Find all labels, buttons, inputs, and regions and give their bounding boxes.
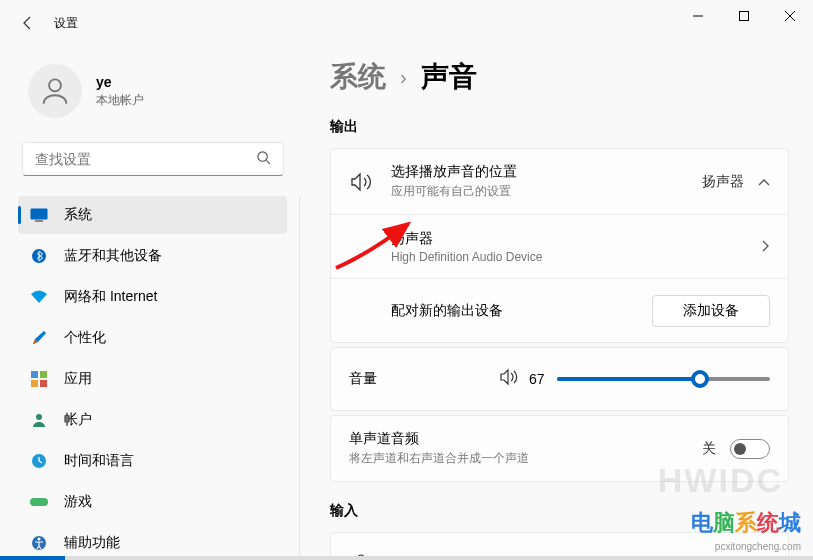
sidebar-item-personalization[interactable]: 个性化 bbox=[18, 319, 287, 357]
row-subtitle: 应用可能有自己的设置 bbox=[391, 183, 702, 200]
window-title: 设置 bbox=[54, 15, 78, 32]
volume-row: 音量 67 bbox=[330, 347, 789, 411]
account-icon bbox=[30, 411, 48, 429]
toggle-state: 关 bbox=[702, 440, 716, 458]
svg-rect-1 bbox=[740, 12, 749, 21]
svg-rect-9 bbox=[40, 371, 47, 378]
add-device-button[interactable]: 添加设备 bbox=[652, 295, 770, 327]
sidebar-item-label: 个性化 bbox=[64, 329, 106, 347]
avatar bbox=[28, 64, 82, 118]
chevron-right-icon bbox=[762, 239, 770, 255]
row-subtitle: High Definition Audio Device bbox=[391, 250, 762, 264]
sidebar-item-label: 蓝牙和其他设备 bbox=[64, 247, 162, 265]
sidebar-item-label: 网络和 Internet bbox=[64, 288, 157, 306]
output-device-row[interactable]: 扬声器 High Definition Audio Device bbox=[331, 214, 788, 278]
svg-rect-14 bbox=[30, 498, 48, 506]
gaming-icon bbox=[30, 493, 48, 511]
system-icon bbox=[30, 206, 48, 224]
pair-device-row: 配对新的输出设备 添加设备 bbox=[331, 278, 788, 342]
svg-point-16 bbox=[38, 538, 41, 541]
user-profile[interactable]: ye 本地帐户 bbox=[18, 58, 288, 138]
row-title: 配对新的输出设备 bbox=[391, 302, 652, 320]
accessibility-icon bbox=[30, 534, 48, 552]
chevron-right-icon: › bbox=[400, 66, 407, 89]
volume-icon[interactable] bbox=[499, 368, 519, 390]
watermark: 电脑系统城 bbox=[691, 508, 801, 538]
search-input[interactable] bbox=[35, 151, 256, 167]
sidebar-item-label: 应用 bbox=[64, 370, 92, 388]
svg-line-4 bbox=[266, 160, 270, 164]
sidebar-item-system[interactable]: 系统 bbox=[18, 196, 287, 234]
sidebar-item-label: 时间和语言 bbox=[64, 452, 134, 470]
sidebar-item-label: 系统 bbox=[64, 206, 92, 224]
wifi-icon bbox=[30, 288, 48, 306]
sidebar-item-gaming[interactable]: 游戏 bbox=[18, 483, 287, 521]
bluetooth-icon bbox=[30, 247, 48, 265]
brush-icon bbox=[30, 329, 48, 347]
speaker-icon bbox=[349, 172, 373, 192]
minimize-button[interactable] bbox=[675, 0, 721, 32]
sidebar-item-time-language[interactable]: 时间和语言 bbox=[18, 442, 287, 480]
breadcrumb-parent[interactable]: 系统 bbox=[330, 58, 386, 96]
sidebar-item-label: 游戏 bbox=[64, 493, 92, 511]
sidebar-item-label: 帐户 bbox=[64, 411, 92, 429]
volume-slider[interactable] bbox=[557, 377, 770, 381]
search-box[interactable] bbox=[22, 142, 284, 176]
svg-rect-8 bbox=[31, 371, 38, 378]
mono-toggle[interactable] bbox=[730, 439, 770, 459]
sidebar-item-network[interactable]: 网络和 Internet bbox=[18, 278, 287, 316]
breadcrumb-current: 声音 bbox=[421, 58, 477, 96]
sidebar-item-bluetooth[interactable]: 蓝牙和其他设备 bbox=[18, 237, 287, 275]
output-select-row[interactable]: 选择播放声音的位置 应用可能有自己的设置 扬声器 bbox=[331, 149, 788, 214]
user-name: ye bbox=[96, 74, 144, 90]
row-subtitle: 将左声道和右声道合并成一个声道 bbox=[349, 450, 702, 467]
sidebar-item-apps[interactable]: 应用 bbox=[18, 360, 287, 398]
user-subtitle: 本地帐户 bbox=[96, 92, 144, 109]
row-title: 扬声器 bbox=[391, 230, 762, 248]
svg-point-2 bbox=[49, 79, 61, 91]
svg-rect-6 bbox=[35, 220, 43, 222]
sidebar-item-accounts[interactable]: 帐户 bbox=[18, 401, 287, 439]
watermark: HWIDC bbox=[658, 461, 783, 500]
watermark: pcxitongcheng.com bbox=[715, 541, 801, 552]
output-device-value: 扬声器 bbox=[702, 173, 744, 191]
svg-rect-11 bbox=[40, 380, 47, 387]
output-section-label: 输出 bbox=[330, 118, 789, 136]
sidebar-item-label: 辅助功能 bbox=[64, 534, 120, 552]
sidebar-item-accessibility[interactable]: 辅助功能 bbox=[18, 524, 287, 560]
apps-icon bbox=[30, 370, 48, 388]
search-icon bbox=[256, 150, 271, 169]
svg-point-12 bbox=[36, 414, 42, 420]
close-button[interactable] bbox=[767, 0, 813, 32]
clock-icon bbox=[30, 452, 48, 470]
row-title: 单声道音频 bbox=[349, 430, 702, 448]
chevron-up-icon bbox=[758, 174, 770, 190]
breadcrumb: 系统 › 声音 bbox=[330, 58, 789, 96]
svg-point-3 bbox=[258, 151, 267, 160]
volume-value: 67 bbox=[529, 371, 545, 387]
volume-label: 音量 bbox=[349, 370, 499, 388]
svg-rect-5 bbox=[31, 209, 48, 220]
back-button[interactable] bbox=[8, 3, 48, 43]
row-title: 选择播放声音的位置 bbox=[391, 163, 702, 181]
svg-rect-10 bbox=[31, 380, 38, 387]
maximize-button[interactable] bbox=[721, 0, 767, 32]
